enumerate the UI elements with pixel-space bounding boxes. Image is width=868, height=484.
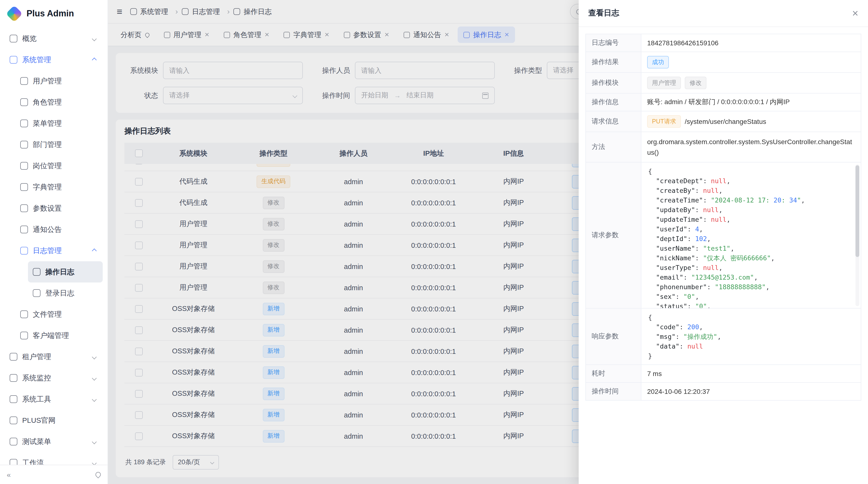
sidebar-item[interactable]: 登录日志 (28, 283, 103, 304)
sidebar-item[interactable]: 系统管理 (5, 49, 103, 70)
cell-ip: 0:0:0:0:0:0:0:1 (394, 305, 473, 313)
sidebar-item-label: 工作流 (22, 458, 88, 465)
filter-time-range-picker[interactable]: 开始日期 → 结束日期 (355, 87, 495, 104)
scrollbar-thumb[interactable] (856, 165, 859, 257)
sidebar-item[interactable]: 客户端管理 (5, 325, 103, 346)
page-tab[interactable]: 分析页 (115, 27, 155, 43)
row-checkbox[interactable] (135, 326, 143, 334)
tab-close-icon[interactable] (444, 31, 449, 39)
chevron-icon (92, 397, 97, 401)
dict-manage-icon (20, 183, 28, 191)
sidebar-item[interactable]: 字典管理 (5, 176, 103, 198)
row-checkbox[interactable] (135, 368, 143, 376)
sidebar-item[interactable]: 角色管理 (5, 92, 103, 113)
cell-ip: 0:0:0:0:0:0:0:1 (394, 432, 473, 440)
sidebar-item-label: 概览 (22, 34, 88, 43)
post-manage-icon (20, 162, 28, 170)
sidebar-item[interactable]: 概览 (5, 28, 103, 49)
filter-status-select[interactable]: 请选择 (163, 87, 303, 104)
tab-close-icon[interactable] (324, 31, 329, 39)
file-manage-icon (20, 311, 28, 318)
page-tab[interactable]: 参数设置 (338, 27, 395, 43)
row-checkbox[interactable] (135, 220, 143, 228)
close-icon[interactable]: × (852, 8, 858, 19)
sidebar-item[interactable]: 租户管理 (5, 346, 103, 367)
page-tab[interactable]: 用户管理 (158, 27, 215, 43)
sidebar-item-label: 部门管理 (33, 140, 98, 149)
sidebar-item-label: 系统工具 (22, 394, 88, 404)
filter-status-label: 状态 (124, 91, 158, 100)
sidebar-item[interactable]: 日志管理 (5, 240, 103, 261)
row-checkbox[interactable] (135, 262, 143, 270)
page-tab[interactable]: 通知公告 (398, 27, 455, 43)
cell-ip: 0:0:0:0:0:0:0:1 (394, 199, 473, 206)
page-tab[interactable]: 角色管理 (218, 27, 275, 43)
tab-close-icon[interactable] (205, 31, 209, 39)
sidebar-item[interactable]: 测试菜单 (5, 431, 103, 452)
cell-ip: 0:0:0:0:0:0:0:1 (394, 241, 473, 249)
pin-sidebar-icon[interactable] (94, 471, 102, 478)
system-monitor-icon (10, 374, 18, 382)
row-checkbox[interactable] (135, 347, 143, 355)
row-checkbox[interactable] (135, 178, 143, 185)
sidebar-item[interactable]: 通知公告 (5, 219, 103, 240)
request-url-value: /system/user/changeStatus (685, 118, 766, 125)
detail-label: 日志编号 (586, 34, 641, 52)
filter-module-label: 系统模块 (124, 66, 158, 75)
app-root: Plus Admin 概览 系统管理 用户管理 (0, 0, 868, 484)
cell-module: OSS对象存储 (153, 389, 234, 398)
sidebar-item[interactable]: 菜单管理 (5, 113, 103, 134)
overview-icon (10, 35, 18, 42)
breadcrumb-item-icon (130, 8, 137, 15)
cell-ip: 0:0:0:0:0:0:0:1 (394, 390, 473, 397)
row-checkbox[interactable] (135, 284, 143, 291)
user-manage-icon (20, 77, 28, 85)
tab-close-icon[interactable] (384, 31, 389, 39)
detail-label: 耗时 (586, 365, 641, 382)
tab-close-icon[interactable] (265, 31, 269, 39)
sidebar-item[interactable]: PLUS官网 (5, 410, 103, 431)
row-checkbox[interactable] (135, 432, 143, 440)
sidebar-item[interactable]: 工作流 (5, 452, 103, 465)
row-checkbox[interactable] (135, 164, 143, 164)
logo[interactable]: Plus Admin (0, 0, 107, 27)
select-all-checkbox[interactable] (135, 150, 143, 157)
row-checkbox[interactable] (135, 411, 143, 419)
cell-ip-info: 内网IP (473, 368, 554, 377)
sidebar-item-label: 菜单管理 (33, 119, 98, 128)
filter-module-input[interactable] (163, 62, 303, 79)
page-tab[interactable]: 操作日志 (458, 27, 515, 43)
hamburger-menu-icon[interactable]: ≡ (117, 7, 122, 17)
page-size-select[interactable]: 20条/页 (173, 455, 219, 470)
log-manage-icon (20, 247, 28, 255)
cell-ip-info: 内网IP (473, 219, 554, 228)
sidebar-item-label: 用户管理 (33, 76, 98, 86)
sidebar-item[interactable]: 参数设置 (5, 198, 103, 219)
chevron-icon (92, 248, 97, 253)
sidebar-item-label: 通知公告 (33, 225, 98, 234)
sidebar-item[interactable]: 操作日志 (28, 261, 103, 283)
tab-pin-icon (144, 32, 150, 38)
row-checkbox[interactable] (135, 241, 143, 249)
collapse-sidebar-icon[interactable]: « (7, 471, 11, 479)
page-tab[interactable]: 字典管理 (278, 27, 335, 43)
row-checkbox[interactable] (135, 390, 143, 397)
method-value: org.dromara.system.controller.system.Sys… (641, 132, 861, 162)
sidebar-item[interactable]: 系统工具 (5, 389, 103, 410)
sidebar-item[interactable]: 部门管理 (5, 134, 103, 155)
breadcrumb: 系统管理 日志管理 操作日志 (130, 7, 279, 16)
sidebar-item[interactable]: 文件管理 (5, 304, 103, 325)
response-params-json: { "code": 200, "msg": "操作成功", "data": nu… (641, 309, 861, 364)
filter-operator-input[interactable] (355, 62, 495, 79)
row-checkbox[interactable] (135, 305, 143, 313)
sidebar-item[interactable]: 系统监控 (5, 367, 103, 389)
tab-close-icon[interactable] (504, 31, 509, 39)
row-checkbox[interactable] (135, 199, 143, 206)
breadcrumb-item[interactable]: 操作日志 (234, 7, 279, 16)
type-tag: 修改 (262, 239, 284, 251)
sidebar-item[interactable]: 用户管理 (5, 70, 103, 92)
scrollbar-track[interactable] (856, 164, 859, 306)
breadcrumb-item[interactable]: 日志管理 (182, 7, 230, 16)
breadcrumb-item[interactable]: 系统管理 (130, 7, 178, 16)
sidebar-item[interactable]: 岗位管理 (5, 155, 103, 176)
